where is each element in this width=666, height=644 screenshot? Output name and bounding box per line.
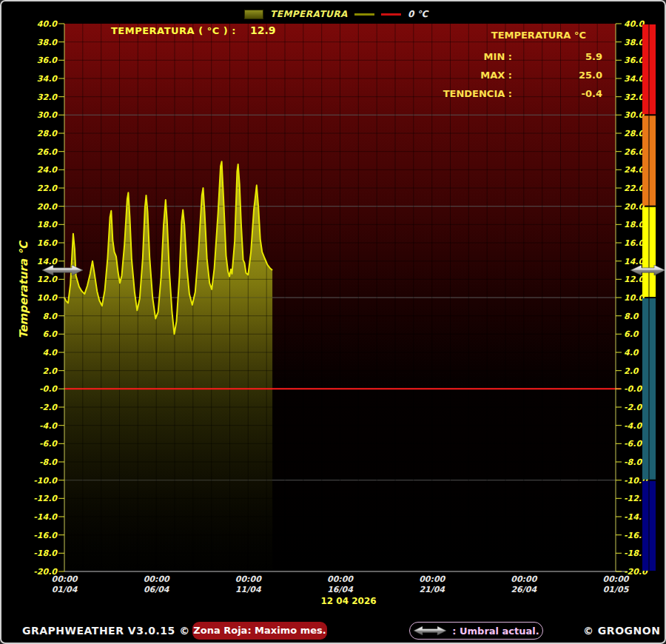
y-tick-label-left: -14.0 bbox=[33, 512, 58, 522]
current-temperature-label: TEMPERATURA ( °C ) : bbox=[111, 25, 236, 36]
x-tick-label-time: 00:00 bbox=[144, 574, 170, 584]
y-tick-label-right: -6.0 bbox=[624, 439, 642, 449]
y-tick-label-right: 40.0 bbox=[624, 19, 645, 29]
y-tick-label-left: 24.0 bbox=[37, 165, 58, 175]
umbral-legend-badge: : Umbral actual. bbox=[409, 622, 543, 640]
zero-line-sample bbox=[381, 13, 401, 16]
y-tick-label-right: 4.0 bbox=[624, 348, 639, 358]
y-tick-label-left: 34.0 bbox=[37, 74, 58, 84]
y-tick-label-left: 14.0 bbox=[37, 257, 58, 266]
graphweather-window: 40.040.038.038.036.036.034.034.032.032.0… bbox=[0, 0, 666, 644]
y-tick-label-right: 6.0 bbox=[624, 329, 639, 339]
y-tick-label-right: 20.0 bbox=[624, 202, 645, 212]
y-tick-label-left: -2.0 bbox=[39, 403, 58, 412]
x-tick-label-date: 16/04 bbox=[327, 585, 354, 594]
copyright-label: © GROGNON bbox=[583, 625, 660, 637]
current-temperature-value: 12.9 bbox=[250, 24, 276, 36]
y-tick-label-right: 10.0 bbox=[624, 293, 645, 303]
stats-row-min: MIN : 5.9 bbox=[431, 47, 602, 66]
y-axis-title: Temperatura °C bbox=[17, 241, 30, 339]
chart-legend: TEMPERATURA 0 °C bbox=[244, 7, 428, 21]
y-tick-label-right: 34.0 bbox=[624, 74, 645, 84]
y-tick-label-left: 32.0 bbox=[37, 93, 58, 102]
y-tick-label-right: -2.0 bbox=[624, 403, 642, 412]
y-tick-label-left: 2.0 bbox=[43, 366, 58, 376]
max-label: MAX : bbox=[431, 70, 512, 81]
x-tick-label-time: 00:00 bbox=[419, 574, 445, 584]
y-tick-label-right: 16.0 bbox=[624, 238, 645, 248]
y-tick-label-left: 12.0 bbox=[37, 275, 58, 284]
y-tick-label-left: -6.0 bbox=[39, 439, 58, 449]
zero-line-label: 0 °C bbox=[408, 9, 428, 19]
x-tick-label-time: 00:00 bbox=[602, 574, 629, 584]
x-tick-label-time: 00:00 bbox=[235, 574, 262, 584]
y-tick-label-right: 36.0 bbox=[624, 56, 645, 65]
y-tick-label-left: -10.0 bbox=[33, 476, 58, 486]
y-tick-label-left: 28.0 bbox=[37, 129, 58, 138]
y-tick-label-right: 30.0 bbox=[624, 110, 645, 120]
y-tick-label-left: 16.0 bbox=[37, 238, 58, 248]
y-tick-label-right: 24.0 bbox=[624, 165, 645, 175]
y-tick-label-left: 40.0 bbox=[37, 19, 58, 29]
y-tick-label-right: 12.0 bbox=[624, 275, 645, 284]
temperature-series-line-sample bbox=[354, 13, 374, 16]
y-tick-label-left: 38.0 bbox=[37, 38, 58, 47]
y-tick-label-left: 22.0 bbox=[37, 184, 58, 193]
y-tick-label-left: 10.0 bbox=[37, 293, 58, 303]
y-tick-label-right: 32.0 bbox=[624, 93, 645, 102]
umbral-label: : Umbral actual. bbox=[452, 625, 539, 637]
y-tick-label-left: 30.0 bbox=[37, 110, 58, 120]
y-tick-label-right: 26.0 bbox=[624, 147, 645, 157]
y-tick-label-right: 18.0 bbox=[624, 220, 645, 229]
x-tick-label-date: 01/04 bbox=[52, 585, 78, 594]
x-tick-label-time: 00:00 bbox=[51, 574, 78, 584]
trend-label: TENDENCIA : bbox=[431, 88, 512, 99]
stats-row-max: MAX : 25.0 bbox=[431, 66, 602, 84]
min-label: MIN : bbox=[431, 51, 512, 62]
x-tick-label-date: 06/04 bbox=[144, 585, 170, 594]
stats-row-trend: TENDENCIA : -0.4 bbox=[431, 84, 602, 103]
current-date-label: 12 04 2026 bbox=[303, 596, 394, 606]
y-tick-label-left: 4.0 bbox=[43, 348, 58, 358]
temperature-series-label: TEMPERATURA bbox=[270, 9, 348, 19]
y-tick-label-right: 38.0 bbox=[624, 38, 645, 47]
red-zone-badge: Zona Roja: Maximo mes. bbox=[192, 622, 327, 640]
y-tick-label-left: 6.0 bbox=[43, 329, 58, 339]
x-tick-label-time: 00:00 bbox=[327, 574, 354, 584]
y-tick-label-left: -16.0 bbox=[33, 531, 58, 540]
trend-value: -0.4 bbox=[512, 88, 602, 99]
y-tick-label-right: 8.0 bbox=[624, 312, 639, 321]
stats-panel: TEMPERATURA °C MIN : 5.9 MAX : 25.0 TEND… bbox=[431, 30, 602, 103]
y-tick-label-left: -18.0 bbox=[33, 549, 58, 558]
y-tick-label-right: 28.0 bbox=[624, 129, 645, 138]
y-tick-label-left: 36.0 bbox=[37, 56, 58, 65]
y-tick-label-right: 22.0 bbox=[624, 184, 645, 193]
x-tick-label-date: 01/05 bbox=[603, 585, 630, 594]
y-tick-label-right: 2.0 bbox=[624, 366, 639, 376]
y-tick-label-left: -12.0 bbox=[33, 494, 58, 503]
double-arrow-icon bbox=[413, 625, 447, 636]
temperature-series-swatch bbox=[244, 10, 263, 19]
y-tick-label-right: -8.0 bbox=[624, 457, 642, 467]
y-tick-label-left: -8.0 bbox=[39, 457, 58, 467]
y-tick-label-right: -4.0 bbox=[624, 421, 642, 431]
stats-title: TEMPERATURA °C bbox=[431, 30, 602, 47]
y-tick-label-left: -4.0 bbox=[39, 421, 58, 431]
x-tick-label-date: 11/04 bbox=[235, 585, 262, 594]
y-tick-label-left: 20.0 bbox=[37, 202, 58, 212]
x-tick-label-date: 26/04 bbox=[511, 585, 537, 594]
x-tick-label-date: 21/04 bbox=[419, 585, 445, 594]
x-tick-label-time: 00:00 bbox=[511, 574, 537, 584]
min-value: 5.9 bbox=[512, 51, 602, 62]
y-tick-label-left: -0.0 bbox=[39, 384, 58, 394]
max-value: 25.0 bbox=[512, 70, 602, 81]
y-tick-label-right: -0.0 bbox=[624, 384, 642, 394]
y-tick-label-left: 26.0 bbox=[37, 147, 58, 157]
y-tick-label-left: 8.0 bbox=[43, 312, 58, 321]
y-tick-label-left: 18.0 bbox=[37, 220, 58, 229]
